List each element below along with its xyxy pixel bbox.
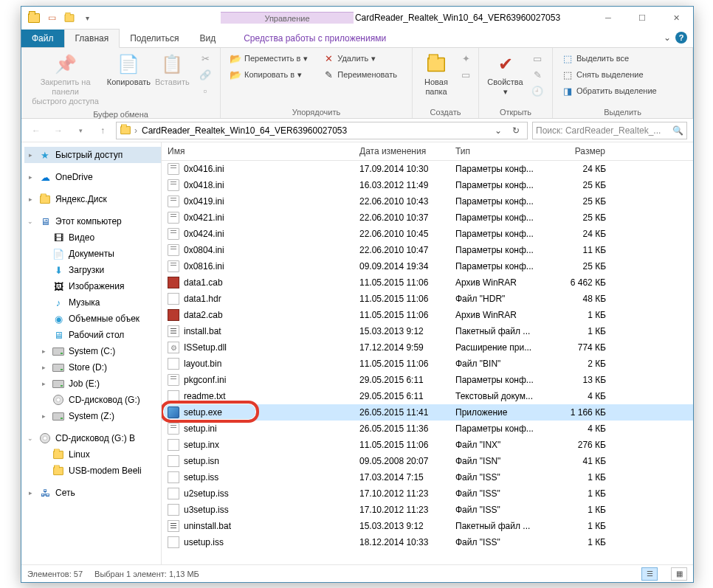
newitem-button[interactable]: ✦ bbox=[457, 51, 475, 66]
nav-yandex[interactable]: ▸Яндекс.Диск bbox=[24, 191, 161, 207]
file-row[interactable]: u2setup.iss17.10.2012 11:23Файл "ISS"1 К… bbox=[162, 485, 693, 502]
file-row[interactable]: 0x0816.ini09.09.2014 19:34Параметры конф… bbox=[162, 258, 693, 274]
drive-icon bbox=[52, 362, 64, 373]
close-button[interactable]: ✕ bbox=[659, 7, 693, 29]
nav-recent-button[interactable]: ▾ bbox=[72, 122, 89, 139]
nav-onedrive[interactable]: ▸☁OneDrive bbox=[24, 169, 161, 185]
moveto-button[interactable]: 📂Переместить в ▾ bbox=[227, 51, 311, 66]
easyaccess-button[interactable]: ▭ bbox=[457, 67, 475, 82]
cut-button[interactable]: ✂ bbox=[196, 51, 214, 66]
delete-button[interactable]: ✕Удалить ▾ bbox=[320, 51, 400, 66]
selectall-button[interactable]: ⬚Выделить все bbox=[559, 51, 660, 66]
column-name[interactable]: Имя bbox=[162, 142, 354, 160]
file-row[interactable]: data2.cab11.05.2015 11:06Архив WinRAR1 К… bbox=[162, 307, 693, 323]
qat-newfolder-icon[interactable] bbox=[61, 10, 78, 26]
column-type[interactable]: Тип bbox=[450, 142, 545, 160]
column-size[interactable]: Размер bbox=[545, 142, 612, 160]
open-icon: ▭ bbox=[531, 52, 543, 64]
file-row[interactable]: uninstall.bat15.03.2013 9:12Пакетный фай… bbox=[162, 518, 693, 534]
nav-pictures[interactable]: 🖼Изображения bbox=[24, 278, 161, 294]
view-largeicons-button[interactable]: ▦ bbox=[671, 567, 687, 581]
file-row[interactable]: 0x0421.ini22.06.2010 10:37Параметры конф… bbox=[162, 210, 693, 226]
file-row[interactable]: usetup.iss18.12.2014 10:33Файл "ISS"1 КБ bbox=[162, 534, 693, 550]
nav-3dobjects[interactable]: ◉Объемные объек bbox=[24, 311, 161, 327]
file-row[interactable]: setup.iss17.03.2014 7:15Файл "ISS"1 КБ bbox=[162, 469, 693, 485]
breadcrumb-folder[interactable]: CardReader_Realtek_Win10_64_VER639600270… bbox=[140, 125, 348, 136]
nav-documents[interactable]: 📄Документы bbox=[24, 246, 161, 262]
file-row[interactable]: layout.bin11.05.2015 11:06Файл "BIN"2 КБ bbox=[162, 356, 693, 372]
file-row[interactable]: data1.hdr11.05.2015 11:06Файл "HDR"48 КБ bbox=[162, 291, 693, 307]
invert-button[interactable]: ◨Обратить выделение bbox=[559, 83, 660, 98]
nav-linux[interactable]: Linux bbox=[24, 446, 161, 463]
cut-icon: ✂ bbox=[199, 52, 211, 64]
file-row[interactable]: 0x0424.ini22.06.2010 10:45Параметры конф… bbox=[162, 226, 693, 242]
properties-button[interactable]: ✔ Свойства▾ bbox=[485, 51, 526, 98]
nav-cd-g[interactable]: CD-дисковод (G:) bbox=[24, 392, 161, 408]
nav-music[interactable]: ♪Музыка bbox=[24, 294, 161, 311]
paste-button[interactable]: 📋 Вставить bbox=[154, 51, 190, 89]
file-row[interactable]: 0x0804.ini22.06.2010 10:47Параметры конф… bbox=[162, 242, 693, 258]
file-row[interactable]: setup.inx11.05.2015 11:06Файл "INX"276 К… bbox=[162, 437, 693, 453]
column-date[interactable]: Дата изменения bbox=[354, 142, 450, 160]
selectnone-button[interactable]: ⬚Снять выделение bbox=[559, 67, 660, 82]
tab-view[interactable]: Вид bbox=[189, 30, 226, 47]
file-row[interactable]: 0x0419.ini22.06.2010 10:43Параметры конф… bbox=[162, 193, 693, 210]
nav-thispc[interactable]: ⌄🖥Этот компьютер bbox=[24, 213, 161, 229]
tab-app-tools[interactable]: Средства работы с приложениями bbox=[233, 30, 396, 47]
nav-drive-e[interactable]: ▸Job (E:) bbox=[24, 376, 161, 392]
help-icon[interactable]: ? bbox=[675, 32, 687, 44]
file-row[interactable]: install.bat15.03.2013 9:12Пакетный файл … bbox=[162, 323, 693, 339]
pin-quickaccess-button[interactable]: 📌 Закрепить на панели быстрого доступа bbox=[27, 51, 103, 108]
file-row[interactable]: setup.ini26.05.2015 11:36Параметры конф.… bbox=[162, 421, 693, 437]
nav-quickaccess[interactable]: ▸★Быстрый доступ bbox=[24, 147, 161, 163]
nav-up-button[interactable]: ↑ bbox=[94, 122, 111, 139]
tab-home[interactable]: Главная bbox=[64, 29, 120, 48]
search-input[interactable]: Поиск: CardReader_Realtek_... 🔍 bbox=[532, 122, 687, 139]
file-row[interactable]: ISSetup.dll17.12.2014 9:59Расширение при… bbox=[162, 339, 693, 356]
pasteshortcut-button[interactable]: ▫ bbox=[196, 83, 214, 98]
nav-downloads[interactable]: ⬇Загрузки bbox=[24, 262, 161, 278]
group-label-select: Выделить bbox=[559, 106, 686, 117]
file-row[interactable]: data1.cab11.05.2015 11:06Архив WinRAR6 4… bbox=[162, 274, 693, 291]
file-row[interactable]: u3setup.iss17.10.2012 11:23Файл "ISS"1 К… bbox=[162, 502, 693, 518]
copyto-button[interactable]: 📂Копировать в ▾ bbox=[227, 67, 311, 82]
file-row[interactable]: 0x0418.ini16.03.2012 11:49Параметры конф… bbox=[162, 177, 693, 193]
nav-forward-button[interactable]: → bbox=[49, 122, 67, 139]
tab-share[interactable]: Поделиться bbox=[120, 30, 189, 47]
chevron-right-icon[interactable]: › bbox=[134, 125, 137, 136]
open-button[interactable]: ▭ bbox=[528, 51, 546, 66]
ribbon-chevron-icon[interactable]: ⌄ bbox=[664, 32, 671, 43]
newfolder-button[interactable]: Новая папка bbox=[418, 51, 454, 98]
breadcrumb-dropdown-icon[interactable]: ⌄ bbox=[490, 125, 506, 136]
breadcrumb[interactable]: › CardReader_Realtek_Win10_64_VER6396002… bbox=[116, 122, 528, 139]
edit-button[interactable]: ✎ bbox=[528, 67, 546, 82]
copypath-button[interactable]: 🔗 bbox=[196, 67, 214, 82]
copy-button[interactable]: 📄 Копировать bbox=[106, 51, 151, 89]
history-button[interactable]: 🕘 bbox=[528, 83, 546, 98]
nav-network[interactable]: ▸🖧Сеть bbox=[24, 485, 161, 501]
view-details-button[interactable]: ☰ bbox=[641, 567, 658, 581]
nav-back-button[interactable]: ← bbox=[27, 122, 45, 139]
selectnone-icon: ⬚ bbox=[562, 69, 574, 80]
file-row[interactable]: 0x0416.ini17.09.2014 10:30Параметры конф… bbox=[162, 161, 693, 177]
file-row[interactable]: setup.isn09.05.2008 20:07Файл "ISN"41 КБ bbox=[162, 453, 693, 469]
window-title: CardReader_Realtek_Win10_64_VER639600270… bbox=[354, 13, 591, 23]
qat-properties-icon[interactable]: ▭ bbox=[44, 10, 60, 26]
maximize-button[interactable]: ☐ bbox=[625, 7, 659, 29]
rename-button[interactable]: ✎Переименовать bbox=[320, 67, 400, 82]
nav-cd-g-b[interactable]: ⌄CD-дисковод (G:) B bbox=[24, 430, 161, 446]
nav-drive-c[interactable]: ▸System (C:) bbox=[24, 343, 161, 359]
nav-usbmodem[interactable]: USB-modem Beeli bbox=[24, 463, 161, 479]
refresh-button[interactable]: ↻ bbox=[508, 125, 524, 136]
nav-videos[interactable]: 🎞Видео bbox=[24, 229, 161, 246]
tab-file[interactable]: Файл bbox=[21, 30, 64, 47]
qat-customize-icon[interactable]: ▾ bbox=[79, 10, 95, 26]
file-row[interactable]: setup.exe26.05.2015 11:41Приложение1 166… bbox=[162, 404, 693, 421]
file-row[interactable]: pkgconf.ini29.05.2015 6:11Параметры конф… bbox=[162, 372, 693, 388]
nav-desktop[interactable]: 🖥Рабочий стол bbox=[24, 327, 161, 343]
properties-icon: ✔ bbox=[494, 52, 517, 76]
minimize-button[interactable]: ─ bbox=[591, 7, 625, 29]
nav-drive-d[interactable]: ▸Store (D:) bbox=[24, 359, 161, 376]
file-row[interactable]: readme.txt29.05.2015 6:11Текстовый докум… bbox=[162, 388, 693, 404]
nav-drive-z[interactable]: ▸System (Z:) bbox=[24, 408, 161, 424]
